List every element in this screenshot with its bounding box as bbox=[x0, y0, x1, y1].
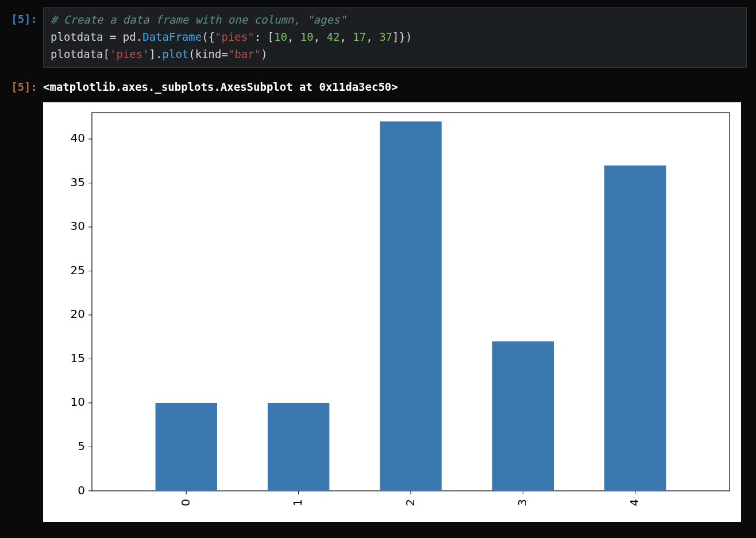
code-token: kind bbox=[195, 48, 222, 60]
bar bbox=[380, 121, 441, 491]
notebook: [5]: # Create a data frame with one colu… bbox=[0, 0, 756, 524]
code-token: 42 bbox=[327, 30, 340, 43]
bar bbox=[156, 403, 217, 491]
output-cell: [5]: <matplotlib.axes._subplots.AxesSubp… bbox=[0, 75, 747, 95]
y-tick-label: 5 bbox=[78, 439, 85, 453]
code-token: plot bbox=[163, 48, 189, 60]
code-token: 'pies' bbox=[110, 48, 149, 60]
code-token: , bbox=[340, 30, 353, 43]
code-token: ]}) bbox=[392, 30, 412, 43]
x-tick-label: 3 bbox=[515, 499, 529, 506]
input-prompt: [5]: bbox=[0, 7, 43, 28]
code-token: 10 bbox=[300, 30, 314, 43]
code-token: ({ bbox=[202, 30, 215, 43]
code-token: : [ bbox=[254, 30, 274, 43]
code-comment: # Create a data frame with one column, "… bbox=[51, 13, 346, 26]
code-token: ( bbox=[188, 48, 195, 60]
x-tick-label: 4 bbox=[627, 499, 641, 506]
code-token: 10 bbox=[274, 30, 287, 43]
x-tick-label: 2 bbox=[403, 499, 417, 506]
y-tick-label: 35 bbox=[71, 175, 85, 189]
code-token: ] bbox=[149, 48, 156, 60]
output-prompt: [5]: bbox=[0, 75, 43, 95]
y-tick-label: 25 bbox=[71, 263, 85, 277]
code-token: ) bbox=[261, 48, 267, 60]
code-token: . bbox=[136, 30, 142, 43]
y-tick-label: 10 bbox=[71, 395, 85, 409]
code-token: pd bbox=[123, 30, 136, 43]
bar bbox=[604, 166, 666, 491]
code-token: "bar" bbox=[228, 48, 261, 60]
y-tick-label: 0 bbox=[78, 483, 85, 497]
code-token: 17 bbox=[353, 30, 366, 43]
code-token: = bbox=[103, 30, 123, 43]
code-token: "pies" bbox=[215, 30, 254, 43]
code-token: , bbox=[366, 30, 379, 43]
output-repr: <matplotlib.axes._subplots.AxesSubplot a… bbox=[43, 75, 747, 95]
bar-chart: 051015202530354001234 bbox=[43, 102, 741, 522]
x-tick-label: 0 bbox=[179, 499, 192, 506]
code-token: = bbox=[222, 48, 228, 60]
plot-output: 051015202530354001234 bbox=[43, 102, 747, 524]
code-token: . bbox=[156, 48, 162, 60]
bar bbox=[492, 341, 554, 491]
input-cell: [5]: # Create a data frame with one colu… bbox=[0, 7, 747, 68]
x-tick-label: 1 bbox=[291, 499, 304, 506]
code-token: plotdata bbox=[51, 30, 103, 43]
code-editor[interactable]: # Create a data frame with one column, "… bbox=[43, 7, 747, 68]
y-tick-label: 30 bbox=[71, 219, 85, 233]
code-token: 37 bbox=[379, 30, 392, 43]
code-token: , bbox=[287, 30, 300, 43]
y-tick-label: 20 bbox=[71, 307, 85, 321]
y-tick-label: 15 bbox=[71, 351, 85, 365]
y-tick-label: 40 bbox=[71, 131, 85, 145]
code-token: , bbox=[314, 30, 327, 43]
code-token: DataFrame bbox=[142, 30, 202, 43]
bar bbox=[268, 403, 329, 491]
code-token: plotdata bbox=[51, 48, 103, 60]
code-token: [ bbox=[103, 48, 110, 60]
